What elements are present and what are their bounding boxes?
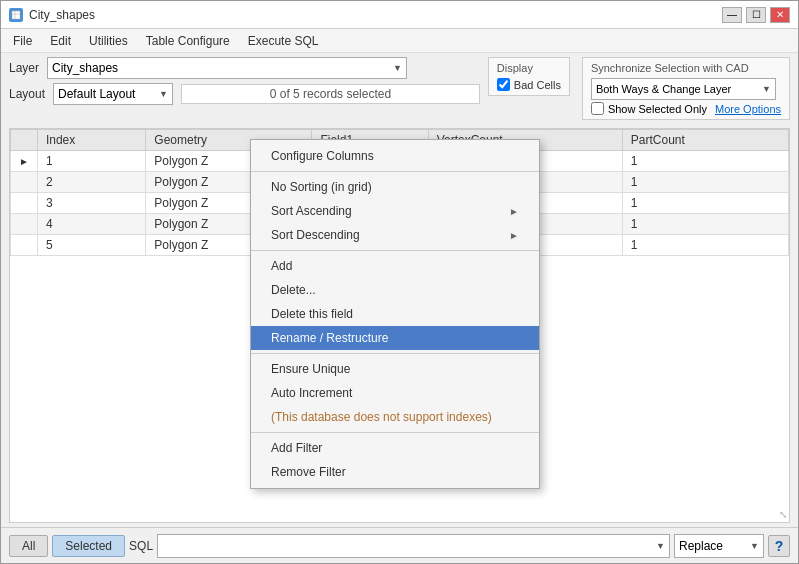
records-label: 0 of 5 records selected	[270, 87, 391, 101]
menu-table-configure[interactable]: Table Configure	[138, 32, 238, 50]
context-menu: Configure Columns No Sorting (in grid) S…	[250, 139, 540, 489]
row-arrow-1: ►	[11, 151, 38, 172]
help-button[interactable]: ?	[768, 535, 790, 557]
bottom-bar: All Selected SQL ▼ Replace ▼ ?	[1, 527, 798, 563]
col-partcount[interactable]: PartCount	[622, 130, 788, 151]
ctx-sep-1	[251, 171, 539, 172]
ctx-sort-ascending[interactable]: Sort Ascending ►	[251, 199, 539, 223]
row-arrow-2	[11, 172, 38, 193]
resize-handle[interactable]: ⤡	[779, 509, 787, 520]
sort-ascending-arrow-icon: ►	[509, 206, 519, 217]
sql-chevron-icon: ▼	[656, 541, 665, 551]
maximize-button[interactable]: ☐	[746, 7, 766, 23]
cell-index-2: 2	[37, 172, 145, 193]
grid-area: Index Geometry Field1 VertexCount PartCo…	[9, 128, 790, 523]
layout-select[interactable]: Default Layout ▼	[53, 83, 173, 105]
layout-value: Default Layout	[58, 87, 135, 101]
more-options-link[interactable]: More Options	[715, 103, 781, 115]
minimize-button[interactable]: —	[722, 7, 742, 23]
cell-partcount-5: 1	[622, 235, 788, 256]
ctx-delete-field[interactable]: Delete this field	[251, 302, 539, 326]
ctx-sep-3	[251, 353, 539, 354]
title-controls: — ☐ ✕	[722, 7, 790, 23]
col-index[interactable]: Index	[37, 130, 145, 151]
ctx-delete[interactable]: Delete...	[251, 278, 539, 302]
row-arrow-5	[11, 235, 38, 256]
cell-partcount-3: 1	[622, 193, 788, 214]
toolbar-left: Layer City_shapes ▼ Layout Default Layou…	[9, 57, 480, 105]
replace-combo[interactable]: Replace ▼	[674, 534, 764, 558]
sync-chevron-icon: ▼	[762, 84, 771, 94]
title-bar-left: City_shapes	[9, 8, 95, 22]
toolbar-right: Display Bad Cells Synchronize Selection …	[488, 57, 790, 120]
sort-descending-arrow-icon: ►	[509, 230, 519, 241]
menu-file[interactable]: File	[5, 32, 40, 50]
ctx-sep-2	[251, 250, 539, 251]
show-selected-checkbox[interactable]	[591, 102, 604, 115]
ctx-sep-4	[251, 432, 539, 433]
sync-panel: Synchronize Selection with CAD Both Ways…	[582, 57, 790, 120]
layout-label: Layout	[9, 87, 45, 101]
replace-chevron-icon: ▼	[750, 541, 759, 551]
app-icon	[9, 8, 23, 22]
cell-index-5: 5	[37, 235, 145, 256]
ctx-no-sorting[interactable]: No Sorting (in grid)	[251, 175, 539, 199]
sql-input[interactable]: ▼	[157, 534, 670, 558]
layout-chevron-icon: ▼	[159, 89, 168, 99]
selected-button[interactable]: Selected	[52, 535, 125, 557]
row-arrow-3	[11, 193, 38, 214]
ctx-no-indexes: (This database does not support indexes)	[251, 405, 539, 429]
ctx-auto-increment[interactable]: Auto Increment	[251, 381, 539, 405]
layer-value: City_shapes	[52, 61, 118, 75]
row-arrow-4	[11, 214, 38, 235]
window-title: City_shapes	[29, 8, 95, 22]
col-selector	[11, 130, 38, 151]
show-selected-row: Show Selected Only More Options	[591, 102, 781, 115]
menu-bar: File Edit Utilities Table Configure Exec…	[1, 29, 798, 53]
main-window: City_shapes — ☐ ✕ File Edit Utilities Ta…	[0, 0, 799, 564]
ctx-sort-descending[interactable]: Sort Descending ►	[251, 223, 539, 247]
toolbar-section: Layer City_shapes ▼ Layout Default Layou…	[1, 53, 798, 124]
show-selected-label: Show Selected Only	[608, 103, 707, 115]
title-bar: City_shapes — ☐ ✕	[1, 1, 798, 29]
svg-rect-0	[12, 11, 20, 19]
all-button[interactable]: All	[9, 535, 48, 557]
sync-select[interactable]: Both Ways & Change Layer ▼	[591, 78, 776, 100]
layer-label: Layer	[9, 61, 39, 75]
layer-select[interactable]: City_shapes ▼	[47, 57, 407, 79]
sync-label: Synchronize Selection with CAD	[591, 62, 781, 74]
ctx-remove-filter[interactable]: Remove Filter	[251, 460, 539, 484]
ctx-ensure-unique[interactable]: Ensure Unique	[251, 357, 539, 381]
cell-partcount-4: 1	[622, 214, 788, 235]
display-label: Display	[497, 62, 561, 74]
bad-cells-checkbox[interactable]	[497, 78, 510, 91]
bad-cells-label: Bad Cells	[514, 79, 561, 91]
ctx-configure-columns[interactable]: Configure Columns	[251, 144, 539, 168]
sql-label: SQL	[129, 539, 153, 553]
cell-index-4: 4	[37, 214, 145, 235]
layer-chevron-icon: ▼	[393, 63, 402, 73]
menu-execute-sql[interactable]: Execute SQL	[240, 32, 327, 50]
ctx-rename-restructure[interactable]: Rename / Restructure	[251, 326, 539, 350]
bad-cells-row: Bad Cells	[497, 78, 561, 91]
menu-utilities[interactable]: Utilities	[81, 32, 136, 50]
menu-edit[interactable]: Edit	[42, 32, 79, 50]
sync-value: Both Ways & Change Layer	[596, 83, 731, 95]
cell-index-3: 3	[37, 193, 145, 214]
close-button[interactable]: ✕	[770, 7, 790, 23]
cell-index-1: 1	[37, 151, 145, 172]
ctx-add-filter[interactable]: Add Filter	[251, 436, 539, 460]
ctx-add[interactable]: Add	[251, 254, 539, 278]
cell-partcount-1: 1	[622, 151, 788, 172]
cell-partcount-2: 1	[622, 172, 788, 193]
replace-label: Replace	[679, 539, 723, 553]
display-panel: Display Bad Cells	[488, 57, 570, 96]
